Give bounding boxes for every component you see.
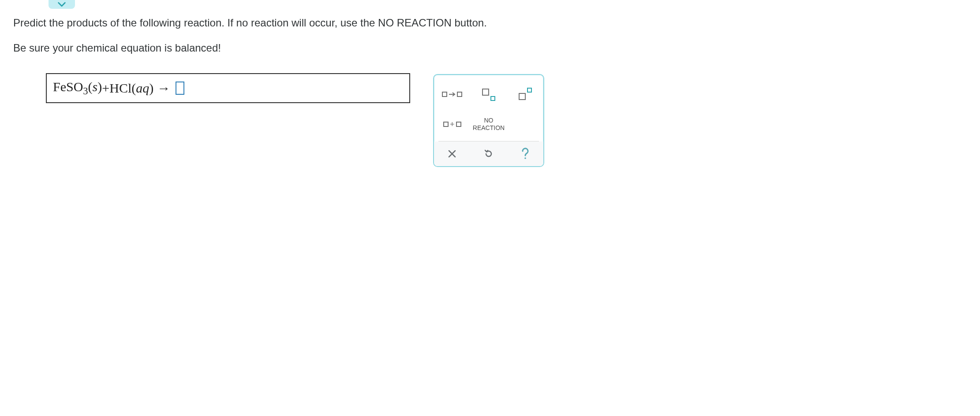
placeholder-box-icon (442, 92, 447, 97)
base-box-icon (519, 93, 526, 100)
question-line-2: Be sure your chemical equation is balanc… (13, 38, 487, 57)
superscript-button[interactable] (509, 81, 541, 108)
reactant-1: FeSO3(s) (53, 79, 102, 97)
subscript-button[interactable] (473, 81, 505, 108)
placeholder-box-icon (443, 122, 449, 127)
equation-input[interactable]: FeSO3(s) + HCl(aq) → (46, 73, 410, 103)
tool-row-1 (434, 79, 543, 109)
no-reaction-label-2: REACTION (473, 124, 505, 132)
reactant-1-state: s (93, 79, 98, 94)
reactant-1-formula: FeSO (53, 79, 83, 94)
tool-panel: + NO REACTION (433, 74, 544, 167)
superscript-box-icon (527, 88, 532, 93)
reactant-2: HCl(aq) (109, 81, 153, 96)
yields-arrow-button[interactable] (436, 81, 468, 108)
question-line-1: Predict the products of the following re… (13, 13, 487, 32)
reactant-2-state: aq (136, 81, 149, 95)
placeholder-box-icon (457, 92, 462, 97)
no-reaction-label-1: NO (473, 117, 505, 125)
placeholder-box-icon (456, 122, 461, 127)
close-icon (447, 149, 457, 159)
empty-cell (509, 111, 541, 137)
undo-icon (483, 149, 494, 159)
reaction-arrow: → (157, 81, 170, 96)
expand-toggle[interactable] (49, 0, 75, 9)
svg-point-3 (524, 157, 526, 159)
reset-button[interactable] (473, 144, 505, 163)
tool-row-actions (434, 141, 543, 166)
base-box-icon (482, 89, 489, 96)
no-reaction-button[interactable]: NO REACTION (473, 111, 505, 137)
reactant-1-sub: 3 (83, 85, 88, 97)
clear-button[interactable] (436, 144, 468, 163)
plus-sign: + (102, 81, 109, 96)
input-cursor (176, 82, 184, 95)
arrow-right-icon (449, 92, 456, 97)
help-button[interactable] (509, 144, 541, 163)
chevron-down-icon (57, 1, 67, 8)
subscript-box-icon (490, 96, 495, 101)
plus-icon: + (450, 120, 455, 128)
tool-row-2: + NO REACTION (434, 109, 543, 139)
plus-button[interactable]: + (436, 111, 468, 137)
question-prompt: Predict the products of the following re… (13, 13, 487, 63)
question-mark-icon (520, 147, 531, 160)
reactant-2-formula: HCl (109, 81, 131, 95)
